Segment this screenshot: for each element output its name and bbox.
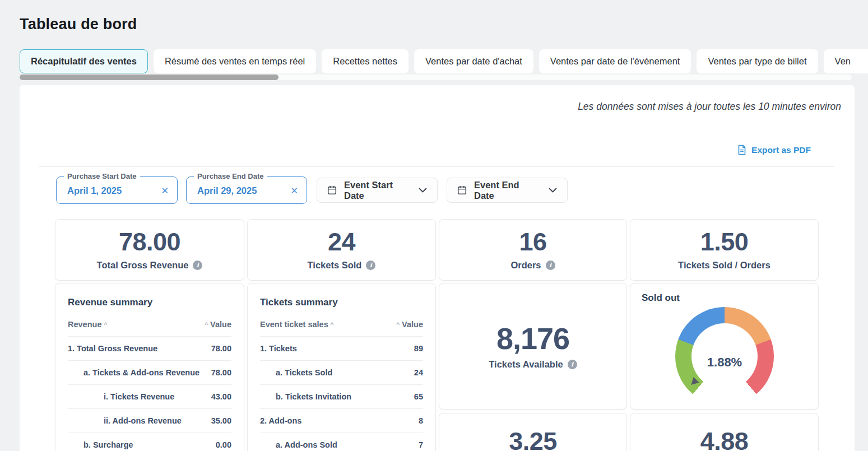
sort-caret-icon: ^ xyxy=(205,321,208,329)
purchase-end-date-value: April 29, 2025 xyxy=(197,185,257,196)
column-header-value[interactable]: ^Value xyxy=(394,320,423,329)
purchase-start-date-value: April 1, 2025 xyxy=(67,185,122,196)
purchase-start-date-input[interactable]: Purchase Start Date April 1, 2025 ✕ xyxy=(56,176,178,204)
table-row: 2. Add-ons8 xyxy=(260,409,423,433)
purchase-end-date-input[interactable]: Purchase End Date April 29, 2025 ✕ xyxy=(186,176,307,204)
pdf-document-icon xyxy=(737,145,746,155)
info-icon[interactable]: i xyxy=(193,261,202,270)
kpi-value: 16 xyxy=(519,229,546,254)
chevron-down-icon xyxy=(549,188,557,193)
purchase-end-date-label: Purchase End Date xyxy=(194,172,267,180)
table-row: a. Tickets & Add-ons Revenue78.00 xyxy=(68,361,231,385)
table-row: 1. Tickets89 xyxy=(260,337,423,361)
column-header-value[interactable]: ^Value xyxy=(202,320,231,329)
page-title: Tableau de bord xyxy=(20,16,137,33)
tabs-scrollbar-track[interactable] xyxy=(20,75,852,80)
table-row: a. Add-ons Sold7 xyxy=(260,433,423,451)
table-row: b. Surcharge0.00 xyxy=(68,433,231,451)
filters-divider xyxy=(39,166,834,167)
tab-ventes-par-type-billet[interactable]: Ventes par type de billet xyxy=(697,49,818,73)
kpi-value: 24 xyxy=(328,229,355,254)
kpi-label: Tickets Sold xyxy=(308,260,362,271)
dashboard-panel: Les données sont mises à jour toutes les… xyxy=(20,85,855,451)
kpi-orders: 16 Orders i xyxy=(439,219,627,281)
table-row: i. Tickets Revenue43.00 xyxy=(68,385,231,409)
event-start-date-label: Event Start Date xyxy=(344,180,411,201)
column-header-revenue[interactable]: Revenue^ xyxy=(68,320,109,329)
tab-resume-des-ventes-temps-reel[interactable]: Résumé des ventes en temps réel xyxy=(154,49,316,73)
kpi-label: Total Gross Revenue xyxy=(97,260,189,271)
info-icon[interactable]: i xyxy=(366,261,375,270)
sold-out-gauge-chart: 1.88% xyxy=(675,307,774,406)
tab-truncated[interactable]: Ven xyxy=(824,49,868,73)
update-notice: Les données sont mises à jour toutes les… xyxy=(578,101,841,113)
kpi-partial-card: 3.25 xyxy=(439,413,627,451)
kpi-partial-card: 4.88 xyxy=(630,413,819,451)
sort-caret-icon: ^ xyxy=(104,321,107,329)
export-pdf-label: Export as PDF xyxy=(751,145,811,155)
kpi-value: 1.50 xyxy=(700,229,749,254)
calendar-icon xyxy=(327,185,337,195)
kpi-value: 8,176 xyxy=(496,323,569,354)
purchase-start-date-label: Purchase Start Date xyxy=(64,172,140,180)
clear-purchase-start-icon[interactable]: ✕ xyxy=(161,185,169,196)
event-end-date-dropdown[interactable]: Event End Date xyxy=(447,178,568,203)
sort-caret-icon: ^ xyxy=(396,321,400,329)
gauge-value: 1.88% xyxy=(675,355,774,370)
kpi-tickets-sold-per-orders: 1.50 Tickets Sold / Orders xyxy=(630,219,819,281)
kpi-label: Orders xyxy=(510,260,541,271)
table-row: ii. Add-ons Revenue35.00 xyxy=(68,409,231,433)
tab-recapitulatif-des-ventes[interactable]: Récapitulatif des ventes xyxy=(20,49,148,73)
column-header-event-ticket-sales[interactable]: Event ticket sales^ xyxy=(260,320,336,329)
clear-purchase-end-icon[interactable]: ✕ xyxy=(291,185,298,196)
info-icon[interactable]: i xyxy=(568,360,577,369)
kpi-tickets-available: 8,176 Tickets Available i xyxy=(439,283,627,410)
table-row: a. Tickets Sold24 xyxy=(260,361,423,385)
chevron-down-icon xyxy=(419,188,427,193)
kpi-value: 78.00 xyxy=(119,229,180,254)
info-icon[interactable]: i xyxy=(546,261,555,270)
kpi-value: 4.88 xyxy=(630,427,818,451)
kpi-label: Tickets Available xyxy=(489,359,563,370)
dashboard-tabs: Récapitulatif des ventes Résumé des vent… xyxy=(20,49,868,73)
revenue-summary-title: Revenue summary xyxy=(68,297,231,308)
kpi-value: 3.25 xyxy=(439,427,626,451)
export-pdf-button[interactable]: Export as PDF xyxy=(737,145,811,155)
event-end-date-label: Event End Date xyxy=(474,180,541,201)
sold-out-gauge-card: Sold out 1.88% xyxy=(630,283,819,410)
kpi-label: Tickets Sold / Orders xyxy=(678,260,770,271)
tabs-scrollbar-thumb[interactable] xyxy=(20,75,278,80)
revenue-table-header: Revenue^ ^Value xyxy=(68,320,231,337)
tab-recettes-nettes[interactable]: Recettes nettes xyxy=(322,49,409,73)
tickets-table-header: Event ticket sales^ ^Value xyxy=(260,320,423,337)
table-row: 1. Total Gross Revenue78.00 xyxy=(68,337,231,361)
tickets-summary-card: Tickets summary Event ticket sales^ ^Val… xyxy=(247,283,436,451)
tickets-summary-title: Tickets summary xyxy=(260,297,423,308)
gauge-title: Sold out xyxy=(642,292,807,304)
sort-caret-icon: ^ xyxy=(331,321,334,329)
calendar-icon xyxy=(457,185,467,195)
table-row: b. Tickets Invitation65 xyxy=(260,385,423,409)
kpi-tickets-sold: 24 Tickets Sold i xyxy=(247,219,436,281)
tab-ventes-par-date-evenement[interactable]: Ventes par date de l'événement xyxy=(539,49,691,73)
event-start-date-dropdown[interactable]: Event Start Date xyxy=(317,178,438,203)
tab-ventes-par-date-achat[interactable]: Ventes par date d'achat xyxy=(414,49,533,73)
revenue-summary-card: Revenue summary Revenue^ ^Value 1. Total… xyxy=(55,283,244,451)
kpi-total-gross-revenue: 78.00 Total Gross Revenue i xyxy=(55,219,244,281)
